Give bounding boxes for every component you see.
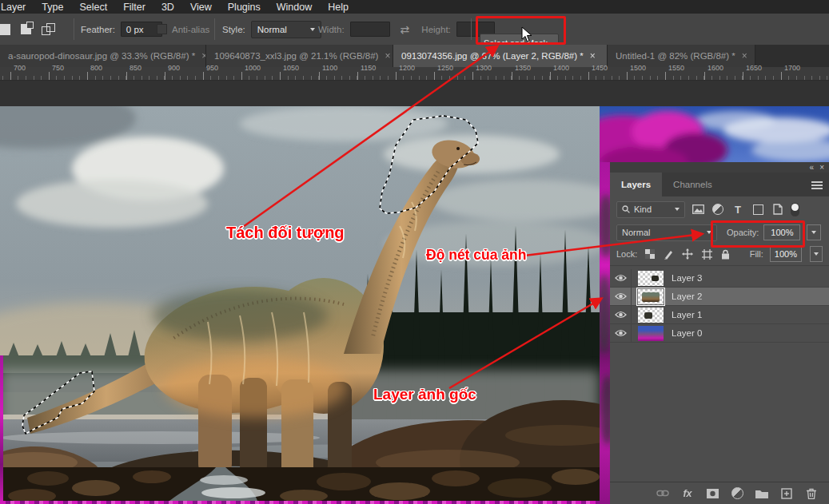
layer-thumbnail[interactable] — [638, 289, 664, 304]
close-panel-icon[interactable]: × — [819, 162, 824, 173]
anti-alias-label: Anti-alias — [172, 25, 209, 34]
lock-position-icon[interactable] — [682, 248, 695, 261]
fill-value[interactable]: 100% — [770, 246, 802, 262]
chevron-down-icon — [675, 208, 680, 211]
layer-name[interactable]: Layer 3 — [672, 273, 702, 283]
menu-filter[interactable]: Filter — [115, 2, 153, 13]
visibility-eye-icon[interactable] — [610, 324, 632, 342]
tab-layers[interactable]: Layers — [610, 173, 662, 196]
chevron-down-icon — [310, 28, 315, 31]
background-layer-bottom-sliver — [0, 501, 600, 504]
menu-window[interactable]: Window — [269, 2, 320, 13]
divider — [471, 18, 472, 40]
lock-all-icon[interactable] — [719, 248, 732, 261]
lock-label: Lock: — [616, 249, 637, 259]
blend-mode-dropdown[interactable]: Normal — [616, 224, 717, 241]
new-group-icon[interactable] — [755, 486, 769, 501]
visibility-eye-icon[interactable] — [610, 288, 632, 305]
layers-panel: « × Layers Channels Kind T — [610, 162, 829, 504]
close-icon[interactable]: × — [385, 50, 390, 62]
horizontal-ruler: 700 750 800 850 900 950 1000 1050 1100 1… — [0, 67, 829, 81]
filter-smart-object-icon[interactable] — [771, 203, 785, 216]
menu-select[interactable]: Select — [71, 2, 115, 13]
menu-help[interactable]: Help — [320, 2, 357, 13]
tab-channels[interactable]: Channels — [662, 173, 723, 196]
lock-transparent-pixels-icon[interactable] — [644, 248, 656, 261]
new-selection-icon[interactable] — [0, 24, 10, 35]
layers-panel-bottom-bar: fx — [610, 482, 829, 504]
feather-label: Feather: — [81, 25, 115, 34]
fill-dropdown-button[interactable] — [810, 246, 823, 262]
filter-shape-layers-icon[interactable] — [751, 203, 765, 216]
lock-artboard-icon[interactable] — [700, 248, 713, 261]
opacity-label: Opacity: — [727, 228, 759, 237]
divider — [610, 265, 829, 266]
dinosaur-image[interactable] — [0, 106, 600, 501]
layer-thumbnail[interactable] — [638, 308, 664, 323]
layer-row-layer0[interactable]: Layer 0 — [610, 324, 829, 343]
tab-label: 0913074356.jpg @ 67% (Layer 2, RGB/8#) * — [401, 51, 584, 61]
filter-pixel-layers-icon[interactable] — [691, 203, 705, 216]
anti-alias-checkbox[interactable] — [157, 24, 167, 34]
filter-adjustment-layers-icon[interactable] — [711, 203, 725, 216]
link-layers-icon[interactable] — [656, 486, 670, 501]
lock-image-pixels-icon[interactable] — [663, 248, 676, 261]
add-layer-mask-icon[interactable] — [705, 486, 719, 501]
layer-thumbnail[interactable] — [638, 326, 664, 341]
annotation-image-sharpness: Độ nét của ảnh — [426, 247, 526, 264]
menu-bar: Layer Type Select Filter 3D View Plugins… — [0, 0, 829, 14]
layer-row-layer1[interactable]: Layer 1 — [610, 306, 829, 324]
panel-menu-icon[interactable] — [811, 181, 823, 191]
swap-dimensions-icon[interactable]: ⇄ — [401, 23, 410, 36]
width-input[interactable] — [350, 22, 390, 37]
style-label: Style: — [222, 25, 245, 34]
background-layer-left-sliver — [0, 355, 3, 501]
delete-layer-icon[interactable] — [804, 486, 819, 501]
opacity-dropdown-button[interactable] — [807, 224, 821, 240]
kind-filter-dropdown[interactable]: Kind — [616, 201, 685, 218]
new-layer-icon[interactable] — [779, 486, 794, 501]
kind-label: Kind — [634, 204, 652, 214]
lock-row: Lock: Fill: — [610, 243, 829, 265]
layer-name[interactable]: Layer 2 — [672, 292, 702, 301]
photoshop-window: Layer Type Select Filter 3D View Plugins… — [0, 0, 829, 504]
layer-name[interactable]: Layer 1 — [672, 310, 702, 319]
tab-label: a-sauropod-dinosaur.jpg @ 33.3% (RGB/8#)… — [8, 51, 195, 61]
layer-name[interactable]: Layer 0 — [672, 328, 702, 338]
visibility-eye-icon[interactable] — [610, 269, 632, 287]
layer-list: Layer 3 Layer 2 Layer 1 — [610, 269, 829, 343]
layer-row-layer2-selected[interactable]: Layer 2 — [610, 288, 829, 306]
tool-options-bar: Feather: 0 px Anti-alias Style: Normal W… — [0, 14, 829, 46]
search-icon — [622, 205, 630, 213]
new-adjustment-layer-icon[interactable] — [730, 486, 744, 501]
close-icon[interactable]: × — [742, 50, 747, 62]
blend-mode-value: Normal — [622, 228, 650, 237]
menu-view[interactable]: View — [182, 2, 220, 13]
menu-3d[interactable]: 3D — [153, 2, 182, 13]
chevron-down-icon — [707, 231, 711, 234]
close-icon[interactable]: × — [590, 50, 596, 62]
layer-style-fx-icon[interactable]: fx — [680, 486, 695, 501]
opacity-value[interactable]: 100% — [763, 224, 800, 240]
intersect-selection-icon[interactable] — [42, 23, 54, 36]
width-label: Width: — [318, 25, 345, 34]
filter-toggle-icon[interactable] — [791, 203, 799, 216]
filter-type-layers-icon[interactable]: T — [731, 203, 745, 216]
style-dropdown[interactable]: Normal — [251, 21, 321, 38]
menu-layer[interactable]: Layer — [0, 2, 34, 13]
panel-group-header: « × — [610, 162, 829, 173]
tab-label: Untitled-1 @ 82% (RGB/8#) * — [616, 51, 735, 61]
divider — [74, 18, 74, 40]
divider — [214, 18, 215, 40]
layer-row-layer3[interactable]: Layer 3 — [610, 269, 829, 288]
visibility-eye-icon[interactable] — [610, 306, 632, 323]
blend-mode-row: Normal Opacity: 100% — [610, 222, 829, 243]
menu-type[interactable]: Type — [34, 2, 71, 13]
fill-label: Fill: — [750, 249, 763, 259]
collapse-panel-icon[interactable]: « — [810, 162, 815, 173]
tab-0913074356-active[interactable]: 0913074356.jpg @ 67% (Layer 2, RGB/8#) *… — [393, 45, 608, 67]
height-label: Height: — [421, 25, 450, 34]
add-to-selection-icon[interactable] — [21, 24, 31, 34]
layer-thumbnail[interactable] — [638, 271, 664, 286]
menu-plugins[interactable]: Plugins — [220, 2, 269, 13]
